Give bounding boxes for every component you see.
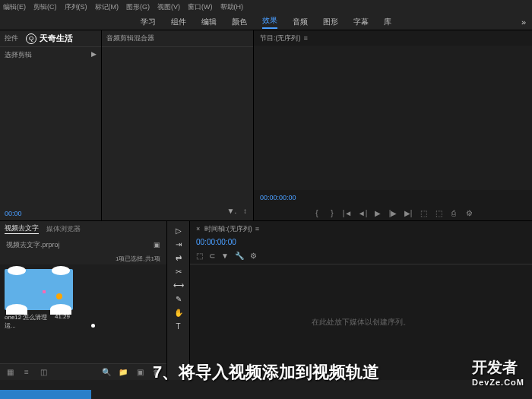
brand-logo-text: 天奇生活: [40, 33, 73, 44]
play-icon[interactable]: ▶: [372, 207, 383, 218]
extract-icon[interactable]: ⬚: [433, 207, 444, 218]
razor-tool-icon[interactable]: ✂: [171, 265, 186, 277]
workspace-graphics[interactable]: 图形: [323, 17, 338, 27]
workspace-color[interactable]: 颜色: [232, 17, 247, 27]
lift-icon[interactable]: ⬚: [418, 207, 429, 218]
menu-markers[interactable]: 标记(M): [95, 2, 119, 12]
menu-sequence[interactable]: 序列(S): [65, 2, 87, 12]
mark-out-icon[interactable]: }: [327, 207, 337, 218]
program-title: 节目:(无序列): [260, 33, 301, 43]
workspace-assembly[interactable]: 组件: [171, 17, 186, 27]
settings-icon[interactable]: ⚙: [464, 207, 474, 218]
timeline-menu-icon[interactable]: ≡: [255, 225, 259, 233]
project-footer-icons: ▦ ≡ ◫ 🔍 📁 ▣ 🗑: [0, 363, 166, 380]
workspace-learn[interactable]: 学习: [141, 17, 156, 27]
timeline-header: × 时间轴:(无序列) ≡: [190, 221, 532, 236]
transport-controls: { } |◄ ◄| ▶ |▶ ▶| ⬚ ⬚ ⎙ ⚙: [254, 205, 532, 220]
workspace-audio[interactable]: 音频: [293, 17, 308, 27]
menu-window[interactable]: 窗口(W): [188, 2, 213, 12]
workspace-effects[interactable]: 效果: [262, 15, 277, 29]
project-tabs: 视频去文字 媒体浏览器: [0, 221, 166, 236]
settings-icon[interactable]: ⚙: [250, 252, 257, 260]
timeline-panel: × 时间轴:(无序列) ≡ 00:00:00:00 ⬚ ⊂ ▼ 🔧 ⚙ 在此处放…: [190, 221, 532, 380]
panel-menu-icon[interactable]: ≡: [304, 34, 308, 42]
clip-duration: 41:29: [55, 313, 70, 330]
audio-mixer-header[interactable]: 音频剪辑混合器: [102, 30, 253, 47]
filter-icon[interactable]: ▼.: [227, 207, 237, 215]
slip-tool-icon[interactable]: ⟷: [171, 279, 186, 291]
play-icon[interactable]: ▶: [91, 50, 97, 60]
menu-graphics[interactable]: 图形(G): [126, 2, 150, 12]
timeline-add-icon[interactable]: ×: [196, 225, 200, 233]
export-frame-icon[interactable]: ⎙: [448, 207, 459, 218]
wrench-icon[interactable]: 🔧: [235, 252, 244, 260]
watermark-main: 开发者: [472, 357, 524, 378]
track-select-tool-icon[interactable]: ⇥: [171, 238, 186, 250]
workspace-editing[interactable]: 编辑: [201, 17, 217, 27]
program-monitor-panel: 节目:(无序列) ≡ 00:00:00:00 { } |◄ ◄| ▶ |▶ ▶|…: [254, 30, 532, 220]
controls-tab[interactable]: 控件: [5, 33, 18, 43]
new-item-icon[interactable]: ▣: [135, 367, 145, 378]
tools-panel: ▷ ⇥ ⇄ ✂ ⟷ ✎ ✋ T: [167, 221, 190, 380]
workspace-bar: 学习 组件 编辑 颜色 效果 音频 图形 字幕 库 »: [0, 14, 532, 30]
top-menu-bar: 编辑(E) 剪辑(C) 序列(S) 标记(M) 图形(G) 视图(V) 窗口(W…: [0, 0, 532, 14]
windows-taskbar[interactable]: [0, 390, 91, 399]
project-bin[interactable]: one12 怎么清理运... 41:29: [0, 264, 166, 363]
linked-selection-icon[interactable]: ⊂: [209, 252, 215, 260]
workspace-library[interactable]: 库: [384, 17, 391, 27]
project-tab-media-browser[interactable]: 媒体浏览器: [46, 224, 81, 234]
program-timecode-bar: 00:00:00:00: [254, 190, 532, 205]
clip-item[interactable]: one12 怎么清理运... 41:29: [3, 269, 163, 331]
folder-icon[interactable]: ▣: [154, 241, 160, 249]
main-upper-area: 控件 Q 天奇生活 选择剪辑 ▶ 00:00 音频剪辑混合器 ▼. ↕ 节目:(…: [0, 30, 532, 220]
timeline-controls: ⬚ ⊂ ▼ 🔧 ⚙: [190, 248, 532, 264]
project-filename: 视频去文字.prproj: [6, 240, 60, 250]
workspace-captions[interactable]: 字幕: [353, 17, 369, 27]
menu-view[interactable]: 视图(V): [157, 2, 180, 12]
go-to-out-icon[interactable]: ▶|: [403, 207, 413, 218]
freeform-view-icon[interactable]: ◫: [38, 367, 49, 378]
step-forward-icon[interactable]: |▶: [388, 207, 398, 218]
effect-controls-header: 控件 Q 天奇生活: [0, 30, 101, 47]
icon-view-icon[interactable]: ▦: [5, 367, 15, 378]
type-tool-icon[interactable]: T: [171, 320, 186, 332]
audio-mixer-panel: 音频剪辑混合器 ▼. ↕: [102, 30, 254, 220]
tutorial-caption: 7、将导入视频添加到视频轨道: [153, 361, 379, 384]
watermark: 开发者 DevZe.CoM: [472, 357, 524, 387]
ripple-tool-icon[interactable]: ⇄: [171, 252, 186, 264]
timeline-placeholder-text: 在此处放下媒体以创建序列。: [312, 317, 410, 328]
menu-clip[interactable]: 剪辑(C): [33, 2, 57, 12]
main-lower-area: 视频去文字 媒体浏览器 视频去文字.prproj ▣ 1项已选择,共1项 one…: [0, 220, 532, 380]
project-panel: 视频去文字 媒体浏览器 视频去文字.prproj ▣ 1项已选择,共1项 one…: [0, 221, 167, 380]
no-clip-row: 选择剪辑 ▶: [0, 47, 101, 63]
menu-help[interactable]: 帮助(H): [220, 2, 244, 12]
source-timecode: 00:00: [0, 207, 101, 220]
mark-in-icon[interactable]: {: [312, 207, 322, 218]
new-bin-icon[interactable]: 📁: [118, 367, 128, 378]
effect-controls-panel: 控件 Q 天奇生活 选择剪辑 ▶ 00:00: [0, 30, 102, 220]
selection-tool-icon[interactable]: ▷: [171, 224, 186, 236]
project-info-bar: 视频去文字.prproj ▣: [0, 236, 166, 253]
brand-logo: Q 天奇生活: [23, 31, 76, 46]
watermark-sub: DevZe.CoM: [472, 378, 524, 387]
step-back-icon[interactable]: ◄|: [357, 207, 368, 218]
program-timecode: 00:00:00:00: [260, 194, 296, 201]
sort-icon[interactable]: ↕: [243, 207, 247, 215]
list-view-icon[interactable]: ≡: [21, 367, 32, 378]
snap-icon[interactable]: ⬚: [196, 252, 203, 260]
search-icon[interactable]: 🔍: [101, 367, 112, 378]
brand-logo-icon: Q: [26, 33, 36, 44]
timeline-title: 时间轴:(无序列): [204, 224, 252, 234]
marker-icon[interactable]: ▼: [221, 252, 229, 260]
selection-info: 1项已选择,共1项: [0, 253, 166, 264]
hand-tool-icon[interactable]: ✋: [171, 306, 186, 318]
menu-edit[interactable]: 编辑(E): [3, 2, 26, 12]
program-monitor-header: 节目:(无序列) ≡: [254, 30, 532, 46]
project-tab-main[interactable]: 视频去文字: [5, 223, 39, 234]
pen-tool-icon[interactable]: ✎: [171, 293, 186, 305]
workspace-overflow-icon[interactable]: »: [521, 17, 526, 27]
clip-thumbnail[interactable]: [5, 269, 73, 310]
program-monitor-viewport[interactable]: [254, 46, 532, 190]
timeline-timecode[interactable]: 00:00:00:00: [190, 236, 532, 248]
go-to-in-icon[interactable]: |◄: [342, 207, 353, 218]
